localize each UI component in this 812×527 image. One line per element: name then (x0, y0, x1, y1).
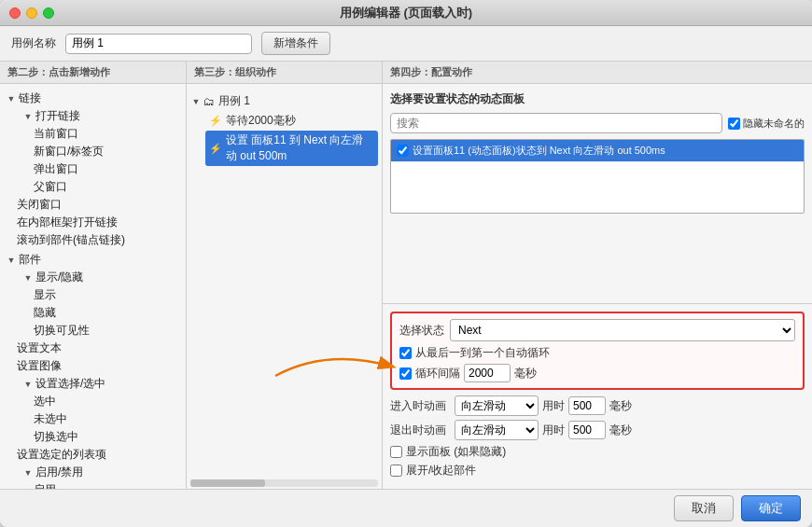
action-root: ▼ 🗂 用例 1 (190, 91, 378, 111)
toolbar: 用例名称 新增条件 (0, 26, 812, 62)
action-label-1: 设置 面板11 到 Next 向左滑动 out 500m (226, 132, 374, 164)
tree-item-iframe-link[interactable]: 在内部框架打开链接 (0, 214, 186, 231)
arrow-icon: ▼ (22, 467, 34, 478)
expand-row: 展开/收起部件 (390, 463, 805, 478)
select-state-label: 选择状态 (399, 323, 444, 339)
enter-anim-select[interactable]: 向左滑动 向右滑动 淡入 无 (455, 395, 539, 416)
tree-sub-toggle-select[interactable]: 切换选中 (0, 428, 186, 446)
action-tree: ▼ 🗂 用例 1 ⚡ 等待2000毫秒 ⚡ 设置 面板11 到 Next 向左滑… (187, 88, 382, 170)
tree-sub-new-tab[interactable]: 新窗口/标签页 (0, 143, 186, 160)
state-select[interactable]: Next Previous 状态1 状态2 (450, 319, 795, 341)
state-list: 设置面板11 (动态面板)状态到 Next 向左滑动 out 500ms (390, 139, 805, 214)
tree-item-close-window[interactable]: 关闭窗口 (0, 196, 186, 214)
arrow-icon: ▼ (22, 379, 34, 390)
traffic-lights (9, 7, 54, 19)
tree-sub-show[interactable]: 显示 (0, 286, 186, 304)
step4-top: 选择要设置状态的动态面板 隐藏未命名的 设置面板11 (动态面板)状态到 Nex… (383, 84, 812, 304)
exit-anim-select[interactable]: 向左滑动 向右滑动 淡出 无 (455, 420, 539, 440)
tree-sub-select[interactable]: 选中 (0, 393, 186, 410)
step3-header: 第三步：组织动作 (187, 62, 382, 84)
tree-sub-current-window[interactable]: 当前窗口 (0, 125, 186, 143)
step4-bottom: 选择状态 Next Previous 状态1 状态2 从最后一到第一个自动循环 (383, 304, 812, 489)
hide-unnamed-row: 隐藏未命名的 (728, 117, 805, 131)
ms-label: 毫秒 (514, 366, 537, 381)
cycle-interval-row: 循环间隔 毫秒 (399, 364, 795, 382)
tree-item-open-link[interactable]: ▼打开链接 (0, 107, 186, 125)
minimize-button[interactable] (26, 7, 37, 19)
tree-item-set-text[interactable]: 设置文本 (0, 340, 186, 357)
hide-unnamed-checkbox[interactable] (728, 118, 740, 130)
window-title: 用例编辑器 (页面载入时) (340, 5, 472, 21)
exit-anim-row: 退出时动画 向左滑动 向右滑动 淡出 无 用时 毫秒 (390, 420, 805, 440)
search-row: 隐藏未命名的 (390, 113, 805, 133)
action-item-1[interactable]: ⚡ 设置 面板11 到 Next 向左滑动 out 500m (205, 131, 378, 166)
auto-cycle-checkbox[interactable] (399, 347, 412, 359)
enter-ms-label: 毫秒 (609, 398, 632, 414)
tree-sub-enable[interactable]: 启用 (0, 481, 186, 489)
close-button[interactable] (9, 7, 21, 19)
auto-cycle-label: 从最后一到第一个自动循环 (415, 345, 550, 361)
step3-panel: 第三步：组织动作 ▼ 🗂 用例 1 ⚡ 等待2000毫秒 ⚡ 设置 面板11 到… (187, 62, 383, 489)
cycle-interval-label: 循环间隔 (415, 366, 460, 381)
hide-unnamed-label: 隐藏未命名的 (743, 117, 805, 131)
tree-item-set-list[interactable]: 设置选定的列表项 (0, 446, 186, 464)
exit-ms-label: 毫秒 (609, 423, 632, 438)
arrow-icon: ▼ (22, 272, 34, 284)
highlighted-box: 选择状态 Next Previous 状态1 状态2 从最后一到第一个自动循环 (390, 312, 805, 390)
use-case-name-label: 用例名称 (11, 35, 56, 51)
state-item-checkbox-0[interactable] (397, 145, 409, 157)
tree-section-link: ▼ 链接 ▼打开链接 当前窗口 新窗口/标签页 弹出窗口 父窗口 关闭窗口 在内… (0, 90, 186, 249)
action-root-label: 用例 1 (218, 93, 250, 109)
cancel-button[interactable]: 取消 (674, 495, 734, 521)
show-panel-row: 显示面板 (如果隐藏) (390, 444, 805, 460)
tree-item-set-image[interactable]: 设置图像 (0, 357, 186, 375)
search-input[interactable] (390, 113, 722, 133)
tree-sub-popup[interactable]: 弹出窗口 (0, 160, 186, 178)
select-state-row: 选择状态 Next Previous 状态1 状态2 (399, 319, 795, 341)
tree-sub-parent[interactable]: 父窗口 (0, 178, 186, 196)
exit-duration-label: 用时 (542, 423, 565, 438)
action-item-0[interactable]: ⚡ 等待2000毫秒 (205, 111, 378, 131)
confirm-button[interactable]: 确定 (741, 495, 801, 521)
arrow-icon: ▼ (6, 93, 17, 104)
main-content: 第二步：点击新增动作 ▼ 链接 ▼打开链接 当前窗口 新窗口/标签页 弹出窗口 … (0, 62, 812, 489)
expand-label: 展开/收起部件 (406, 463, 476, 478)
action-label-0: 等待2000毫秒 (226, 113, 296, 129)
tree-item-enable-disable[interactable]: ▼启用/禁用 (0, 464, 186, 481)
category-label-link: 链接 (19, 90, 41, 106)
show-panel-label: 显示面板 (如果隐藏) (406, 444, 506, 460)
step4-panel: 第四步：配置动作 选择要设置状态的动态面板 隐藏未命名的 设置面板11 (动态面… (383, 62, 812, 489)
tree-sub-hide[interactable]: 隐藏 (0, 304, 186, 322)
main-window: 用例编辑器 (页面载入时) 用例名称 新增条件 第二步：点击新增动作 ▼ 链接 … (0, 0, 812, 527)
tree-category-link[interactable]: ▼ 链接 (0, 90, 186, 107)
lightning-icon-0: ⚡ (209, 115, 222, 127)
use-case-name-input[interactable] (65, 34, 252, 54)
state-panel-label: 选择要设置状态的动态面板 (390, 91, 805, 107)
cycle-interval-checkbox[interactable] (399, 368, 412, 380)
show-panel-checkbox[interactable] (390, 446, 402, 458)
mid-scrollbar[interactable] (190, 479, 378, 487)
expand-checkbox[interactable] (390, 465, 402, 477)
tree-section-widget: ▼ 部件 ▼显示/隐藏 显示 隐藏 切换可见性 设置文本 设置图像 ▼设置选择/… (0, 251, 186, 489)
state-item-label-0: 设置面板11 (动态面板)状态到 Next 向左滑动 out 500ms (413, 144, 665, 158)
arrow-icon: ▼ (6, 255, 17, 266)
cycle-interval-input[interactable] (464, 364, 511, 382)
auto-cycle-row: 从最后一到第一个自动循环 (399, 345, 795, 361)
exit-duration-input[interactable] (568, 421, 606, 439)
category-label-widget: 部件 (19, 252, 41, 268)
state-list-item-0[interactable]: 设置面板11 (动态面板)状态到 Next 向左滑动 out 500ms (391, 140, 804, 162)
tree-item-scroll-anchor[interactable]: 滚动到部件(锚点链接) (0, 231, 186, 249)
add-condition-button[interactable]: 新增条件 (261, 32, 330, 55)
tree-category-widget[interactable]: ▼ 部件 (0, 251, 186, 269)
arrow-icon: ▼ (22, 111, 34, 122)
tree-item-show-hide[interactable]: ▼显示/隐藏 (0, 269, 186, 286)
enter-duration-input[interactable] (568, 396, 606, 415)
step2-panel: 第二步：点击新增动作 ▼ 链接 ▼打开链接 当前窗口 新窗口/标签页 弹出窗口 … (0, 62, 187, 489)
mid-scrollbar-thumb (190, 479, 265, 487)
tree-item-set-select[interactable]: ▼设置选择/选中 (0, 375, 186, 393)
step4-header: 第四步：配置动作 (383, 62, 812, 84)
tree-sub-toggle-visibility[interactable]: 切换可见性 (0, 322, 186, 340)
tree-sub-unselect[interactable]: 未选中 (0, 410, 186, 428)
maximize-button[interactable] (43, 7, 54, 19)
step2-content: ▼ 链接 ▼打开链接 当前窗口 新窗口/标签页 弹出窗口 父窗口 关闭窗口 在内… (0, 84, 186, 489)
